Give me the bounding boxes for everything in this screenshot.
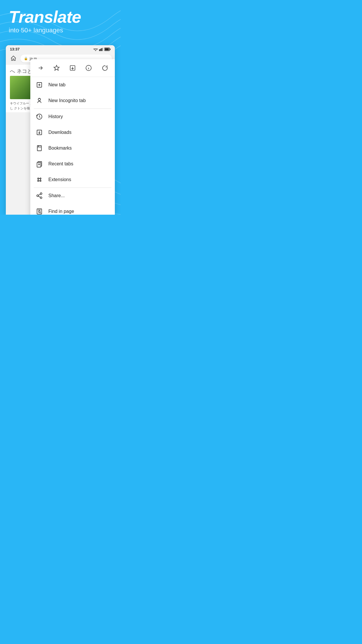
menu-item-share[interactable]: Share... <box>30 188 115 204</box>
svg-point-31 <box>38 178 39 179</box>
history-icon <box>36 113 43 120</box>
menu-label-bookmarks: Bookmarks <box>48 146 72 151</box>
new-tab-icon <box>36 81 43 89</box>
lock-icon: 🔒 <box>24 57 28 60</box>
svg-rect-5 <box>100 49 101 51</box>
find-icon <box>36 208 43 215</box>
download-button[interactable] <box>67 62 78 74</box>
menu-item-history[interactable]: History <box>30 109 115 125</box>
svg-point-32 <box>40 178 41 179</box>
menu-item-bookmarks[interactable]: Bookmarks <box>30 140 115 156</box>
menu-label-find-in-page: Find in page <box>48 209 74 214</box>
status-bar: 13:37 <box>6 45 115 52</box>
svg-line-43 <box>38 196 40 197</box>
svg-point-45 <box>38 211 40 213</box>
dropdown-toolbar <box>30 59 115 77</box>
incognito-icon <box>36 97 43 104</box>
menu-label-extensions: Extensions <box>48 177 71 182</box>
dropdown-menu: New tabNew Incognito tabHistoryDownloads… <box>30 59 115 215</box>
svg-marker-11 <box>54 65 59 70</box>
page-title: Translate <box>9 8 112 26</box>
heading-area: Translate into 50+ languages <box>0 0 121 34</box>
menu-item-downloads[interactable]: Downloads <box>30 125 115 140</box>
share-icon <box>36 192 43 200</box>
status-icons <box>93 48 111 51</box>
menu-item-new-incognito-tab[interactable]: New Incognito tab <box>30 93 115 108</box>
menu-label-new-tab: New tab <box>48 82 66 88</box>
signal-icon <box>99 48 103 51</box>
svg-point-34 <box>40 180 41 181</box>
status-time: 13:37 <box>10 47 20 51</box>
menu-item-recent-tabs[interactable]: Recent tabs <box>30 156 115 172</box>
svg-point-39 <box>40 193 42 195</box>
svg-rect-4 <box>99 49 100 51</box>
browser-window: 13:37 <box>6 45 115 215</box>
downloads-icon <box>36 129 43 136</box>
page-image <box>10 76 33 99</box>
extensions-icon <box>36 176 43 183</box>
svg-point-41 <box>40 197 42 199</box>
menu-label-history: History <box>48 114 63 119</box>
svg-line-46 <box>40 212 41 213</box>
recent-tabs-icon <box>36 160 43 168</box>
bookmarks-icon <box>36 144 43 152</box>
svg-rect-44 <box>37 209 42 214</box>
menu-items-container: New tabNew Incognito tabHistoryDownloads… <box>30 77 115 215</box>
wifi-icon <box>93 48 98 51</box>
forward-button[interactable] <box>35 62 46 74</box>
menu-label-recent-tabs: Recent tabs <box>48 161 73 167</box>
info-button[interactable] <box>83 62 94 74</box>
menu-label-share: Share... <box>48 193 65 198</box>
menu-item-extensions[interactable]: Extensions <box>30 172 115 188</box>
home-button[interactable] <box>9 54 18 63</box>
menu-label-downloads: Downloads <box>48 130 71 135</box>
menu-item-find-in-page[interactable]: Find in page <box>30 204 115 215</box>
battery-icon <box>104 48 111 51</box>
svg-point-33 <box>38 180 39 181</box>
svg-rect-9 <box>105 48 109 50</box>
svg-rect-24 <box>37 146 41 151</box>
svg-rect-10 <box>110 48 111 50</box>
page-subtitle: into 50+ languages <box>9 27 112 34</box>
svg-rect-6 <box>101 48 102 51</box>
reload-button[interactable] <box>99 62 110 74</box>
menu-label-new-incognito-tab: New Incognito tab <box>48 98 86 103</box>
bookmark-button[interactable] <box>51 62 62 74</box>
menu-item-new-tab[interactable]: New tab <box>30 77 115 93</box>
svg-point-40 <box>37 195 38 197</box>
svg-line-42 <box>38 194 40 195</box>
svg-rect-7 <box>103 48 103 51</box>
